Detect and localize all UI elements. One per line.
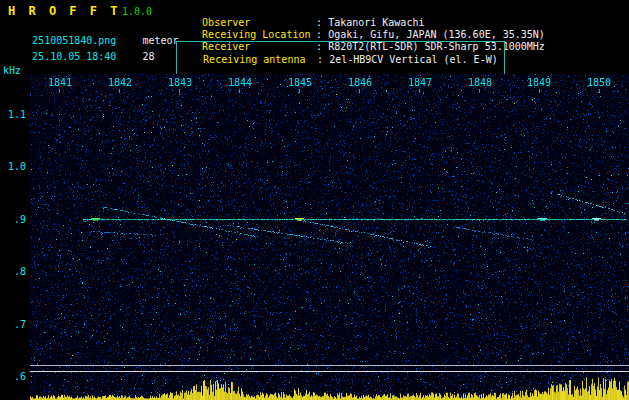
app-version: 1.0.0 (122, 6, 152, 17)
time-tick-label: 1847 (403, 77, 437, 88)
time-tick-label: 1841 (43, 77, 77, 88)
freq-tick-label: 1.1 (0, 109, 26, 120)
hrofft-window: H R O F F T 1.0.0 2510051840.pngmeteor 2… (0, 0, 629, 400)
freq-tick-label: 1.0 (0, 161, 26, 172)
capture-timestamp: 25.10.05 18:40 (32, 51, 116, 62)
app-title: H R O F F T (8, 4, 120, 18)
time-tick-label: 1848 (463, 77, 497, 88)
time-tick-label: 1844 (223, 77, 257, 88)
time-tick-label: 1845 (283, 77, 317, 88)
time-row: 25.10.05 18:4028 (8, 40, 154, 73)
antenna-value: 2el-HB9CV Vertical (el. E-W) (329, 54, 498, 65)
antenna-label: Receiving antenna (203, 54, 317, 65)
separator: : (317, 54, 323, 65)
time-tick-label: 1850 (582, 77, 616, 88)
spectrogram-canvas (30, 74, 629, 400)
time-tick-label: 1846 (343, 77, 377, 88)
freq-axis-unit: kHz (3, 65, 21, 76)
freq-tick-label: .9 (0, 214, 26, 225)
time-tick-label: 1842 (103, 77, 137, 88)
freq-tick-label: .8 (0, 266, 26, 277)
echo-count: 28 (142, 51, 154, 62)
time-tick-label: 1843 (163, 77, 197, 88)
time-tick-label: 1849 (522, 77, 556, 88)
freq-tick-label: .6 (0, 371, 26, 382)
freq-tick-label: .7 (0, 319, 26, 330)
